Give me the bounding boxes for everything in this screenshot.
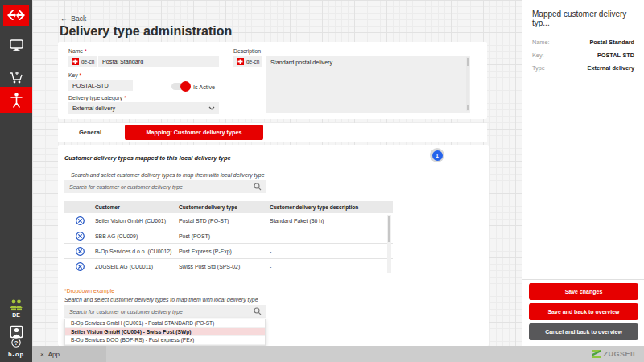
key-label: Key * [68, 72, 81, 78]
zugseil-logo-icon [592, 350, 601, 358]
tab-mapping-active[interactable]: Mapping: Customer delivery types [125, 125, 263, 140]
dropdown-option[interactable]: B-Op Services GmbH (CU001) - Postal STAN… [65, 319, 265, 328]
users-green-icon [9, 299, 23, 311]
summary-value: External delivery [588, 64, 634, 72]
category-value: External delivery [72, 105, 115, 112]
sidebar-item-monitor[interactable] [0, 34, 32, 56]
dropdown-caption: Search and select customer delivery type… [64, 297, 258, 302]
table-scrollbar[interactable] [387, 215, 391, 273]
mapped-search-input[interactable] [64, 180, 266, 193]
col-customer: Customer [95, 204, 179, 210]
cell-type: Post (POST) [179, 233, 270, 239]
side-panel-title: Mapped customer delivery typ... [532, 10, 644, 27]
key-input[interactable] [68, 80, 133, 91]
sbb-logo[interactable] [3, 5, 29, 26]
name-language-chip[interactable]: de-ch [68, 56, 97, 67]
toggle-knob [180, 81, 191, 92]
annotation-badge-1: 1 [430, 148, 444, 162]
search-icon [254, 307, 262, 315]
save-and-back-button[interactable]: Save and back to overview [529, 303, 638, 320]
app-tab[interactable]: × App… [32, 346, 106, 362]
left-sidebar: DE ? b-op [0, 0, 32, 362]
tab-general[interactable]: General [58, 123, 122, 142]
remove-mapping-icon[interactable] [76, 247, 85, 256]
description-scrollbar[interactable] [466, 57, 469, 111]
chevron-down-icon [208, 106, 215, 110]
summary-row-key: Key: POSTAL-STD [532, 51, 634, 59]
search-icon [254, 183, 262, 191]
cell-type: Postal STD (PO-ST) [179, 218, 270, 224]
dropdown-options-list: B-Op Services GmbH (CU001) - Postal STAN… [64, 319, 266, 346]
summary-row-name: Name: Postal Standard [532, 39, 634, 46]
mapped-table: Customer Customer delivery type Customer… [64, 201, 393, 274]
cart-add-icon [9, 71, 23, 84]
sidebar-item-cart[interactable] [0, 66, 32, 88]
cancel-and-back-button[interactable]: Cancel and back to overview [529, 323, 638, 340]
sidebar-divider [5, 60, 27, 60]
description-label: Description [233, 48, 261, 54]
cell-customer: SBB AG (CU009) [95, 233, 179, 239]
description-language-chip[interactable]: de-ch [233, 56, 262, 67]
back-link[interactable]: ← Back [60, 14, 86, 23]
sbb-double-arrow-icon [7, 10, 25, 20]
close-icon[interactable]: × [40, 351, 44, 358]
remove-mapping-icon[interactable] [76, 232, 85, 241]
svg-text:?: ? [14, 339, 19, 347]
mapping-panel: Customer delivery types mapped to this l… [58, 145, 489, 346]
table-header-row: Customer Customer delivery type Customer… [64, 201, 393, 213]
app-tab-label: App [48, 351, 60, 358]
summary-value: POSTAL-STD [597, 51, 634, 59]
search-caption: Search and select customer delivery type… [71, 172, 265, 178]
is-active-toggle[interactable] [171, 83, 190, 90]
footer-bar: × App… ZUGSEIL [32, 346, 644, 362]
save-changes-button[interactable]: Save changes [529, 283, 638, 300]
description-textarea[interactable]: Standard postal delivery [266, 56, 470, 113]
summary-row-type: Type External delivery [532, 64, 634, 72]
swiss-flag-icon [237, 58, 244, 65]
dropdown-search-input[interactable] [64, 305, 266, 318]
swiss-flag-icon [72, 58, 79, 65]
summary-label: Key: [532, 51, 544, 59]
col-type: Customer delivery type [179, 204, 270, 210]
dropdown-option-highlighted[interactable]: Seiler Vision GmbH (CU004) - Swiss Post … [65, 328, 265, 337]
col-description: Customer delivery type description [270, 204, 381, 210]
name-input[interactable] [98, 56, 219, 67]
app-window: DE ? b-op ← Back Delivery type administr… [0, 0, 644, 362]
cell-customer: Seiler Vision GmbH (CU001) [95, 218, 179, 224]
sidebar-item-accessibility-active[interactable] [0, 87, 32, 113]
mapping-section-title: Customer delivery types mapped to this l… [64, 154, 231, 162]
zugseil-brand: ZUGSEIL [592, 346, 638, 362]
back-label: Back [71, 14, 86, 23]
b-op-logo: b-op [0, 351, 32, 358]
panel-divider [522, 279, 644, 280]
summary-value: Postal Standard [589, 39, 634, 46]
cell-description: - [270, 233, 381, 239]
remove-mapping-icon[interactable] [76, 216, 85, 225]
sidebar-item-help[interactable]: ? [0, 336, 32, 349]
cell-type: Swiss Post Std (SPS-02) [179, 264, 270, 269]
mapped-search [64, 180, 266, 193]
dropdown-option[interactable]: B-Op Services DOO (BOP-RS) - Post expres… [65, 336, 265, 345]
category-label: Delivery type category * [68, 95, 126, 101]
delivery-type-form: Name * de-ch Key * Is Active Delivery ty… [58, 42, 487, 119]
app-tab-ellipsis: … [64, 351, 70, 358]
dropdown-example-label: *Dropdown example [64, 288, 114, 294]
zugseil-brand-label: ZUGSEIL [603, 350, 638, 358]
accessibility-person-icon [10, 93, 23, 108]
table-row: B-Op Services d.o.o. (CU0012) Post Expre… [64, 244, 393, 259]
description-language-label: de-ch [246, 59, 259, 64]
summary-label: Name: [532, 39, 550, 46]
cell-description: - [270, 264, 381, 269]
remove-mapping-icon[interactable] [76, 262, 85, 271]
cell-description: - [270, 249, 381, 254]
cell-description: Standard Paket (36 h) [270, 218, 381, 224]
table-row: Seiler Vision GmbH (CU001) Postal STD (P… [64, 213, 393, 228]
category-select[interactable]: External delivery [68, 102, 219, 114]
dropdown-search [64, 305, 266, 318]
cell-type: Post Express (P-Exp) [179, 249, 270, 254]
language-indicator[interactable]: DE [0, 312, 32, 318]
name-label: Name * [68, 48, 87, 54]
cell-customer: B-Op Services d.o.o. (CU0012) [95, 249, 179, 254]
tab-bar: General Mapping: Customer delivery types [58, 123, 487, 142]
summary-side-panel: Mapped customer delivery typ... Name: Po… [522, 0, 644, 346]
